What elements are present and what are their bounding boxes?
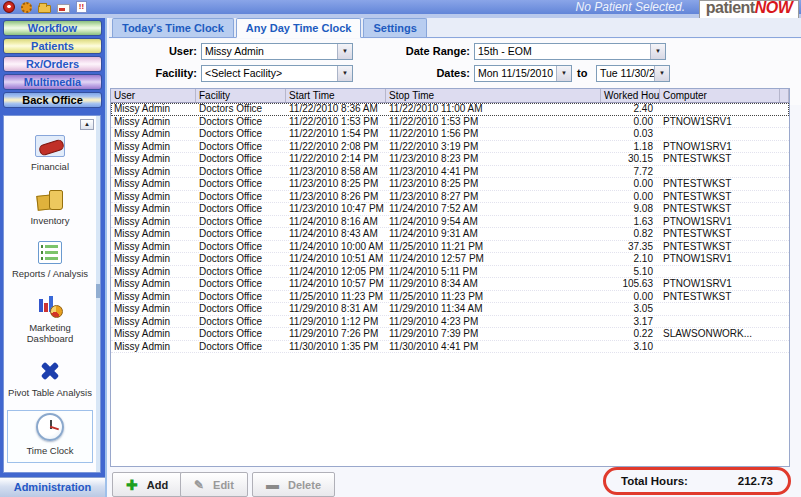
- table-cell: Doctors Office: [196, 103, 286, 115]
- table-cell: 11/22/2010 11:00 AM: [386, 103, 601, 115]
- table-row[interactable]: Missy AdminDoctors Office11/23/2010 10:4…: [111, 203, 789, 216]
- sidebar-item-financial[interactable]: Financial: [7, 132, 93, 175]
- table-cell: 3.05: [601, 303, 660, 315]
- sidebar-item-pivot-table-analysis[interactable]: Pivot Table Analysis: [7, 356, 93, 401]
- gear-icon[interactable]: [21, 2, 32, 13]
- sidebar-item-reports-analysis[interactable]: Reports / Analysis: [7, 238, 93, 282]
- table-cell: 11/29/2010 4:23 PM: [386, 316, 601, 328]
- table-cell: 11/22/2010 2:14 PM: [286, 153, 386, 165]
- table-row[interactable]: Missy AdminDoctors Office11/23/2010 8:26…: [111, 191, 789, 204]
- tab-settings[interactable]: Settings: [363, 18, 426, 37]
- table-row[interactable]: Missy AdminDoctors Office11/23/2010 8:58…: [111, 166, 789, 179]
- table-row[interactable]: Missy AdminDoctors Office11/22/2010 8:36…: [111, 103, 789, 116]
- table-cell: Doctors Office: [196, 128, 286, 140]
- table-row[interactable]: Missy AdminDoctors Office11/24/2010 12:0…: [111, 266, 789, 279]
- table-cell: Doctors Office: [196, 303, 286, 315]
- table-cell: 11/24/2010 10:51 AM: [286, 253, 386, 265]
- table-cell: 11/22/2010 1:54 PM: [286, 128, 386, 140]
- pencil-icon: ✎: [194, 478, 204, 492]
- column-header-worked-hours[interactable]: Worked Hours: [601, 89, 660, 102]
- table-cell: Missy Admin: [111, 266, 196, 278]
- panel-scroll-up-button[interactable]: ▲: [80, 119, 94, 130]
- table-cell: 105.63: [601, 278, 660, 290]
- table-row[interactable]: Missy AdminDoctors Office11/29/2010 1:12…: [111, 316, 789, 329]
- table-row[interactable]: Missy AdminDoctors Office11/29/2010 7:26…: [111, 328, 789, 341]
- table-cell: 11/25/2010 11:23 PM: [286, 291, 386, 303]
- sidebar-item-multimedia[interactable]: Multimedia: [3, 74, 102, 90]
- table-row[interactable]: Missy AdminDoctors Office11/22/2010 2:08…: [111, 141, 789, 154]
- table-cell: Missy Admin: [111, 253, 196, 265]
- add-button[interactable]: ✚Add: [112, 472, 182, 497]
- table-row[interactable]: Missy AdminDoctors Office11/30/2010 1:35…: [111, 341, 789, 354]
- table-cell: 11/24/2010 9:54 AM: [386, 216, 601, 228]
- table-row[interactable]: Missy AdminDoctors Office11/24/2010 10:0…: [111, 241, 789, 254]
- table-row[interactable]: Missy AdminDoctors Office11/24/2010 8:43…: [111, 228, 789, 241]
- table-row[interactable]: Missy AdminDoctors Office11/24/2010 8:16…: [111, 216, 789, 229]
- logo-text-now: NOW: [755, 0, 793, 16]
- sidebar-item-backoffice[interactable]: Back Office: [3, 92, 102, 108]
- table-cell: 0.00: [601, 178, 660, 190]
- sidebar-item-administration[interactable]: Administration: [0, 477, 105, 497]
- sidebar-item-workflow[interactable]: Workflow: [3, 20, 102, 36]
- column-header-facility[interactable]: Facility: [196, 89, 286, 102]
- tab-today-s-time-clock[interactable]: Today's Time Clock: [112, 18, 234, 37]
- delete-button[interactable]: ▬Delete: [252, 472, 335, 497]
- financial-icon: [35, 135, 65, 157]
- table-row[interactable]: Missy AdminDoctors Office11/25/2010 11:2…: [111, 291, 789, 304]
- table-cell: 11/24/2010 10:00 AM: [286, 241, 386, 253]
- column-header-computer[interactable]: Computer: [660, 89, 780, 102]
- column-header-user[interactable]: User: [111, 89, 196, 102]
- total-hours-annotation: Total Hours: 212.73: [603, 467, 791, 495]
- sidebar-item-rxorders[interactable]: Rx/Orders: [3, 56, 102, 72]
- table-cell: 11/30/2010 4:41 PM: [386, 341, 601, 353]
- chevron-down-icon[interactable]: ▼: [654, 66, 669, 81]
- sidebar-item-patients[interactable]: Patients: [3, 38, 102, 54]
- table-cell: Doctors Office: [196, 228, 286, 240]
- table-row[interactable]: Missy AdminDoctors Office11/22/2010 2:14…: [111, 153, 789, 166]
- chevron-down-icon[interactable]: ▼: [337, 66, 352, 81]
- marketing-icon: [36, 294, 64, 318]
- clock-icon[interactable]: [3, 1, 15, 13]
- table-row[interactable]: Missy AdminDoctors Office11/22/2010 1:53…: [111, 116, 789, 129]
- sidebar-item-marketing-dashboard[interactable]: Marketing Dashboard: [7, 291, 93, 347]
- tab-any-day-time-clock[interactable]: Any Day Time Clock: [236, 18, 362, 38]
- chevron-down-icon[interactable]: ▼: [556, 66, 571, 81]
- panel-scrollbar[interactable]: [96, 116, 100, 472]
- table-cell: 11/23/2010 8:26 PM: [286, 191, 386, 203]
- table-cell: Missy Admin: [111, 166, 196, 178]
- chevron-down-icon[interactable]: ▼: [650, 44, 665, 59]
- alert-icon[interactable]: !!: [76, 1, 87, 13]
- date-from-select[interactable]: Mon 11/15/2010▼: [474, 65, 572, 82]
- date-range-select[interactable]: 15th - EOM▼: [474, 43, 666, 60]
- table-cell: 11/29/2010 1:12 PM: [286, 316, 386, 328]
- table-cell: 11/24/2010 9:31 AM: [386, 228, 601, 240]
- folder-icon[interactable]: [38, 5, 51, 13]
- mail-icon[interactable]: [57, 4, 70, 13]
- table-row[interactable]: Missy AdminDoctors Office11/22/2010 1:54…: [111, 128, 789, 141]
- table-cell: 11/24/2010 10:57 PM: [286, 278, 386, 290]
- chevron-down-icon[interactable]: ▼: [337, 44, 352, 59]
- sidebar-item-inventory[interactable]: Inventory: [7, 184, 93, 229]
- table-cell: 11/24/2010 8:43 AM: [286, 228, 386, 240]
- table-cell: Doctors Office: [196, 291, 286, 303]
- table-cell: PNTESTWKST: [660, 153, 780, 165]
- column-header-start-time[interactable]: Start Time: [286, 89, 386, 102]
- inventory-icon: [35, 187, 65, 211]
- date-to-select[interactable]: Tue 11/30/2010▼: [596, 65, 670, 82]
- facility-select[interactable]: <Select Facility>▼: [201, 65, 353, 82]
- table-cell: Missy Admin: [111, 116, 196, 128]
- user-select[interactable]: Missy Admin▼: [201, 43, 353, 60]
- edit-button[interactable]: ✎Edit: [180, 472, 248, 497]
- table-row[interactable]: Missy AdminDoctors Office11/24/2010 10:5…: [111, 278, 789, 291]
- table-cell: 11/23/2010 8:23 PM: [386, 153, 601, 165]
- table-row[interactable]: Missy AdminDoctors Office11/24/2010 10:5…: [111, 253, 789, 266]
- table-row[interactable]: Missy AdminDoctors Office11/29/2010 8:31…: [111, 303, 789, 316]
- table-row[interactable]: Missy AdminDoctors Office11/23/2010 8:25…: [111, 178, 789, 191]
- column-header-stop-time[interactable]: Stop Time: [386, 89, 601, 102]
- table-cell: 3.17: [601, 316, 660, 328]
- table-cell: Doctors Office: [196, 253, 286, 265]
- table-cell: 0.00: [601, 291, 660, 303]
- back-office-panel: ▲ FinancialInventoryReports / AnalysisMa…: [3, 115, 101, 473]
- sidebar-item-time-clock[interactable]: Time Clock: [7, 410, 93, 463]
- time-clock-grid: UserFacilityStart TimeStop TimeWorked Ho…: [110, 88, 790, 467]
